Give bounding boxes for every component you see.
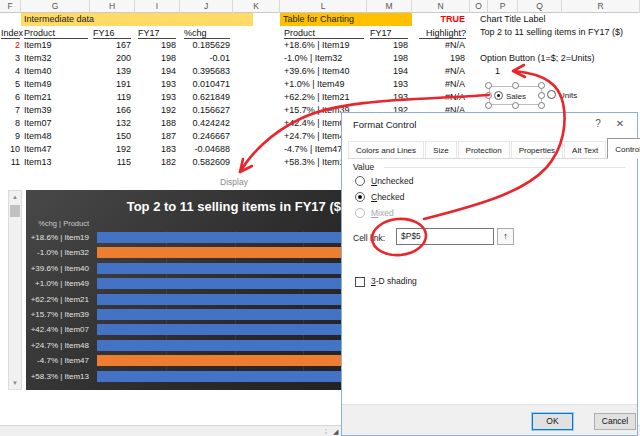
selection-handle[interactable] [485,102,492,109]
cell-chart-product[interactable]: +39.6% | Item40 [284,65,350,78]
cell-index[interactable]: 9 [1,130,20,143]
cell-product[interactable]: Item21 [24,91,88,104]
cell-product[interactable]: Item32 [24,52,88,65]
cell-fy16[interactable]: 192 [90,143,131,156]
column-header-J[interactable]: J [180,0,233,13]
cell-highlight[interactable]: 198 [412,52,465,65]
selection-handle[interactable] [512,102,519,109]
cell-chart-fy17[interactable]: 198 [367,52,408,65]
cell-chart-fy17[interactable]: 193 [367,78,408,91]
column-header-K[interactable]: K [233,0,280,13]
range-picker-button[interactable]: ↑ [497,228,514,245]
cell-fy17[interactable]: 193 [135,78,176,91]
cancel-button[interactable]: Cancel [594,413,636,430]
scrollbar-down-icon[interactable]: ▼ [9,377,21,389]
cell-product[interactable]: Item13 [24,156,88,169]
unchecked-radio[interactable] [355,176,365,186]
cell-fy16[interactable]: 115 [90,156,131,169]
column-header-R[interactable]: R [562,0,640,13]
cell-product[interactable]: Item07 [24,117,88,130]
selection-handle[interactable] [538,102,545,109]
column-header-O[interactable]: O [470,0,488,13]
units-radio-icon[interactable] [547,90,556,99]
cell-pchg[interactable]: 0.185629 [180,39,230,52]
checked-radio[interactable] [355,192,365,202]
cell-index[interactable]: 4 [1,65,20,78]
cell-chart-fy17[interactable]: 193 [367,91,408,104]
cell-index[interactable]: 11 [1,156,20,169]
cell-product[interactable]: Item40 [24,65,88,78]
scrollbar-thumb[interactable] [10,205,20,217]
selection-handle[interactable] [512,82,519,89]
ok-button[interactable]: OK [532,413,573,430]
cell-highlight[interactable]: #N/A [412,91,465,104]
cell-fy16[interactable]: 166 [90,104,131,117]
column-header-G[interactable]: G [21,0,90,13]
cell-fy17[interactable]: 198 [135,52,176,65]
cell-index[interactable]: 7 [1,104,20,117]
resize-dots-icon[interactable]: ⁞ [325,426,327,436]
cell-fy17[interactable]: 198 [135,39,176,52]
cell-product[interactable]: Item49 [24,78,88,91]
cell-product[interactable]: Item19 [24,39,88,52]
cell-fy16[interactable]: 200 [90,52,131,65]
dialog-help-button[interactable]: ? [591,118,605,129]
cell-pchg[interactable]: 0.621849 [180,91,230,104]
cell-chart-product[interactable]: +42.4% | Item07 [284,117,350,130]
tab-size[interactable]: Size [425,141,457,158]
cell-fy16[interactable]: 167 [90,39,131,52]
cell-chart-fy17[interactable]: 198 [367,39,408,52]
column-header-N[interactable]: N [412,0,470,13]
scrollbar-up-icon[interactable]: ▲ [9,191,21,203]
selection-handle[interactable] [538,82,545,89]
cell-pchg[interactable]: 0.582609 [180,156,230,169]
cell-index[interactable]: 6 [1,91,20,104]
option-button-linked-value-cell[interactable]: 1 [488,65,500,78]
cell-fy17[interactable]: 187 [135,130,176,143]
tab-protection[interactable]: Protection [458,141,510,158]
cell-product[interactable]: Item39 [24,104,88,117]
column-header-L[interactable]: L [280,0,367,13]
cell-fy17[interactable]: 194 [135,65,176,78]
cell-pchg[interactable]: 0.246667 [180,130,230,143]
cell-fy16[interactable]: 139 [90,65,131,78]
cell-fy17[interactable]: 183 [135,143,176,156]
cell-index[interactable]: 10 [1,143,20,156]
sales-radio-icon[interactable] [494,91,503,100]
cell-chart-product[interactable]: +15.7% | Item39 [284,104,350,117]
cell-pchg[interactable]: 0.395683 [180,65,230,78]
tab-control[interactable]: Control [607,138,640,159]
column-header-P[interactable]: P [488,0,518,13]
chart-title-value-cell[interactable]: Top 2 to 11 selling items in FY17 ($) [480,26,623,39]
tab-alt-text[interactable]: Alt Text [564,141,606,158]
cell-fy17[interactable]: 193 [135,91,176,104]
cell-fy17[interactable]: 182 [135,156,176,169]
3d-shading-label[interactable]: 3-D shading [371,276,417,286]
cell-pchg[interactable]: -0.01 [180,52,230,65]
cell-chart-fy17[interactable]: 194 [367,65,408,78]
cell-pchg[interactable]: -0.04688 [180,143,230,156]
column-header-F[interactable]: F [0,0,21,13]
column-header-H[interactable]: H [90,0,135,13]
cell-index[interactable]: 2 [1,39,20,52]
column-header-I[interactable]: I [135,0,180,13]
cell-index[interactable]: 8 [1,117,20,130]
cell-highlight[interactable]: #N/A [412,39,465,52]
checked-radio-label[interactable]: Checked [371,192,405,202]
column-header-Q[interactable]: Q [518,0,562,13]
cell-highlight[interactable]: #N/A [412,78,465,91]
column-header-M[interactable]: M [367,0,412,13]
cell-link-input[interactable]: $P$5 [396,228,494,245]
cell-index[interactable]: 5 [1,78,20,91]
cell-fy16[interactable]: 119 [90,91,131,104]
3d-shading-checkbox[interactable] [355,277,365,287]
true-flag-cell[interactable]: TRUE [412,13,465,26]
cell-highlight[interactable]: #N/A [412,65,465,78]
selection-handle[interactable] [538,92,545,99]
cell-product[interactable]: Item48 [24,130,88,143]
cell-chart-product[interactable]: +18.6% | Item19 [284,39,350,52]
cell-chart-product[interactable]: +58.3% | Item13 [284,156,350,169]
tab-properties[interactable]: Properties [511,141,563,158]
tab-colors-and-lines[interactable]: Colors and Lines [348,141,424,158]
cell-pchg[interactable]: 0.424242 [180,117,230,130]
